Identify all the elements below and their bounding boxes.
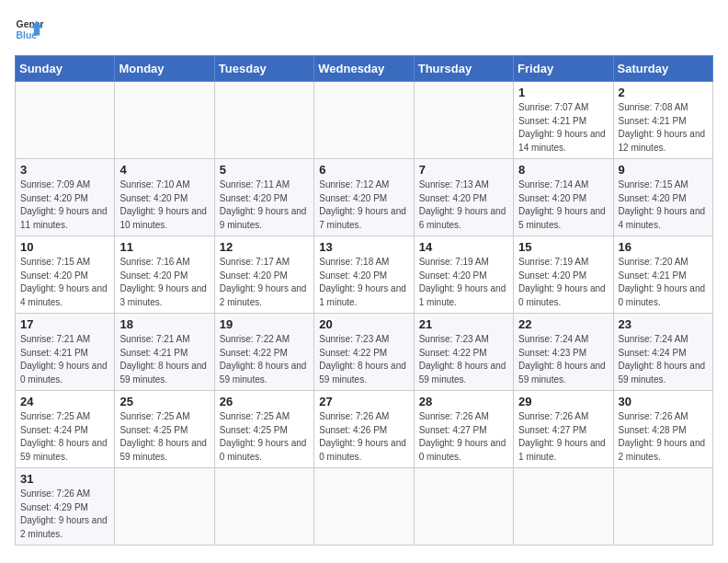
calendar-cell: 20Sunrise: 7:23 AMSunset: 4:22 PMDayligh…: [314, 314, 414, 391]
day-detail: Sunrise: 7:12 AMSunset: 4:20 PMDaylight:…: [319, 178, 408, 232]
calendar-cell: 15Sunrise: 7:19 AMSunset: 4:20 PMDayligh…: [514, 236, 613, 314]
day-detail: Sunrise: 7:24 AMSunset: 4:24 PMDaylight:…: [619, 333, 708, 386]
calendar-header-saturday: Saturday: [613, 56, 712, 82]
day-detail: Sunrise: 7:26 AMSunset: 4:29 PMDaylight:…: [20, 488, 109, 541]
day-number: 14: [419, 240, 508, 254]
day-detail: Sunrise: 7:18 AMSunset: 4:20 PMDaylight:…: [319, 256, 408, 309]
day-detail: Sunrise: 7:16 AMSunset: 4:20 PMDaylight:…: [119, 256, 209, 309]
day-detail: Sunrise: 7:15 AMSunset: 4:20 PMDaylight:…: [20, 256, 109, 309]
day-detail: Sunrise: 7:17 AMSunset: 4:20 PMDaylight:…: [220, 256, 309, 309]
calendar-cell: 17Sunrise: 7:21 AMSunset: 4:21 PMDayligh…: [16, 314, 115, 391]
calendar-cell: 3Sunrise: 7:09 AMSunset: 4:20 PMDaylight…: [16, 159, 115, 236]
day-number: 28: [419, 395, 508, 408]
calendar-cell: 13Sunrise: 7:18 AMSunset: 4:20 PMDayligh…: [314, 236, 414, 314]
calendar-header-thursday: Thursday: [414, 56, 513, 82]
calendar-cell: [414, 82, 513, 159]
calendar-cell: 1Sunrise: 7:07 AMSunset: 4:21 PMDaylight…: [514, 82, 613, 159]
calendar-week-2: 10Sunrise: 7:15 AMSunset: 4:20 PMDayligh…: [16, 236, 713, 314]
calendar-cell: 10Sunrise: 7:15 AMSunset: 4:20 PMDayligh…: [16, 236, 115, 314]
calendar-cell: 19Sunrise: 7:22 AMSunset: 4:22 PMDayligh…: [214, 314, 313, 391]
calendar-table: SundayMondayTuesdayWednesdayThursdayFrid…: [15, 55, 713, 546]
calendar-cell: 5Sunrise: 7:11 AMSunset: 4:20 PMDaylight…: [214, 159, 313, 236]
day-number: 8: [518, 163, 608, 177]
day-number: 17: [20, 317, 109, 331]
day-number: 10: [20, 240, 109, 254]
day-detail: Sunrise: 7:26 AMSunset: 4:27 PMDaylight:…: [518, 410, 608, 464]
day-number: 15: [518, 240, 608, 254]
page-header: General Blue: [15, 15, 713, 44]
calendar-cell: 18Sunrise: 7:21 AMSunset: 4:21 PMDayligh…: [115, 314, 214, 391]
day-number: 29: [518, 395, 608, 408]
day-number: 3: [20, 163, 109, 177]
calendar-cell: 23Sunrise: 7:24 AMSunset: 4:24 PMDayligh…: [613, 314, 712, 391]
day-number: 22: [518, 317, 608, 331]
calendar-header-wednesday: Wednesday: [314, 56, 414, 82]
day-detail: Sunrise: 7:23 AMSunset: 4:22 PMDaylight:…: [419, 333, 508, 386]
calendar-cell: [115, 468, 214, 546]
day-detail: Sunrise: 7:26 AMSunset: 4:26 PMDaylight:…: [319, 410, 408, 464]
day-number: 23: [619, 317, 708, 331]
calendar-cell: 12Sunrise: 7:17 AMSunset: 4:20 PMDayligh…: [214, 236, 313, 314]
day-detail: Sunrise: 7:24 AMSunset: 4:23 PMDaylight:…: [518, 333, 608, 386]
calendar-cell: 8Sunrise: 7:14 AMSunset: 4:20 PMDaylight…: [514, 159, 613, 236]
calendar-cell: 7Sunrise: 7:13 AMSunset: 4:20 PMDaylight…: [414, 159, 513, 236]
calendar-cell: 30Sunrise: 7:26 AMSunset: 4:28 PMDayligh…: [613, 391, 712, 468]
day-number: 27: [319, 395, 408, 408]
day-detail: Sunrise: 7:19 AMSunset: 4:20 PMDaylight:…: [518, 256, 608, 309]
calendar-header-tuesday: Tuesday: [214, 56, 313, 82]
calendar-cell: 2Sunrise: 7:08 AMSunset: 4:21 PMDaylight…: [613, 82, 712, 159]
logo: General Blue: [15, 15, 48, 44]
day-detail: Sunrise: 7:15 AMSunset: 4:20 PMDaylight:…: [619, 178, 708, 232]
day-number: 6: [319, 163, 408, 177]
calendar-cell: [16, 82, 115, 159]
calendar-header-friday: Friday: [514, 56, 613, 82]
calendar-cell: 26Sunrise: 7:25 AMSunset: 4:25 PMDayligh…: [214, 391, 313, 468]
day-detail: Sunrise: 7:08 AMSunset: 4:21 PMDaylight:…: [619, 101, 708, 155]
day-detail: Sunrise: 7:26 AMSunset: 4:27 PMDaylight:…: [419, 410, 508, 464]
calendar-cell: 25Sunrise: 7:25 AMSunset: 4:25 PMDayligh…: [115, 391, 214, 468]
day-number: 7: [419, 163, 508, 177]
day-detail: Sunrise: 7:23 AMSunset: 4:22 PMDaylight:…: [319, 333, 408, 386]
calendar-cell: [414, 468, 513, 546]
day-number: 25: [119, 395, 209, 408]
day-detail: Sunrise: 7:25 AMSunset: 4:25 PMDaylight:…: [220, 410, 309, 464]
day-number: 19: [220, 317, 309, 331]
calendar-cell: 27Sunrise: 7:26 AMSunset: 4:26 PMDayligh…: [314, 391, 414, 468]
calendar-week-1: 3Sunrise: 7:09 AMSunset: 4:20 PMDaylight…: [16, 159, 713, 236]
day-number: 24: [20, 395, 109, 408]
calendar-cell: [613, 468, 712, 546]
calendar-header-sunday: Sunday: [16, 56, 115, 82]
calendar-cell: [214, 82, 313, 159]
calendar-cell: 4Sunrise: 7:10 AMSunset: 4:20 PMDaylight…: [115, 159, 214, 236]
day-number: 13: [319, 240, 408, 254]
day-number: 26: [220, 395, 309, 408]
day-detail: Sunrise: 7:26 AMSunset: 4:28 PMDaylight:…: [619, 410, 708, 464]
calendar-body: 1Sunrise: 7:07 AMSunset: 4:21 PMDaylight…: [16, 82, 713, 546]
day-number: 4: [119, 163, 209, 177]
day-number: 9: [619, 163, 708, 177]
day-number: 31: [20, 472, 109, 486]
day-number: 18: [119, 317, 209, 331]
day-number: 12: [220, 240, 309, 254]
day-detail: Sunrise: 7:14 AMSunset: 4:20 PMDaylight:…: [518, 178, 608, 232]
calendar-cell: 31Sunrise: 7:26 AMSunset: 4:29 PMDayligh…: [16, 468, 115, 546]
day-number: 16: [619, 240, 708, 254]
day-number: 20: [319, 317, 408, 331]
calendar-cell: 16Sunrise: 7:20 AMSunset: 4:21 PMDayligh…: [613, 236, 712, 314]
calendar-header-monday: Monday: [115, 56, 214, 82]
calendar-week-3: 17Sunrise: 7:21 AMSunset: 4:21 PMDayligh…: [16, 314, 713, 391]
calendar-cell: [115, 82, 214, 159]
day-detail: Sunrise: 7:09 AMSunset: 4:20 PMDaylight:…: [20, 178, 109, 232]
calendar-cell: 9Sunrise: 7:15 AMSunset: 4:20 PMDaylight…: [613, 159, 712, 236]
day-detail: Sunrise: 7:20 AMSunset: 4:21 PMDaylight:…: [619, 256, 708, 309]
calendar-cell: [314, 468, 414, 546]
calendar-cell: 29Sunrise: 7:26 AMSunset: 4:27 PMDayligh…: [514, 391, 613, 468]
calendar-cell: [214, 468, 313, 546]
calendar-cell: [514, 468, 613, 546]
day-detail: Sunrise: 7:19 AMSunset: 4:20 PMDaylight:…: [419, 256, 508, 309]
day-number: 2: [619, 86, 708, 99]
day-detail: Sunrise: 7:13 AMSunset: 4:20 PMDaylight:…: [419, 178, 508, 232]
day-number: 21: [419, 317, 508, 331]
calendar-cell: 14Sunrise: 7:19 AMSunset: 4:20 PMDayligh…: [414, 236, 513, 314]
day-number: 1: [518, 86, 608, 99]
